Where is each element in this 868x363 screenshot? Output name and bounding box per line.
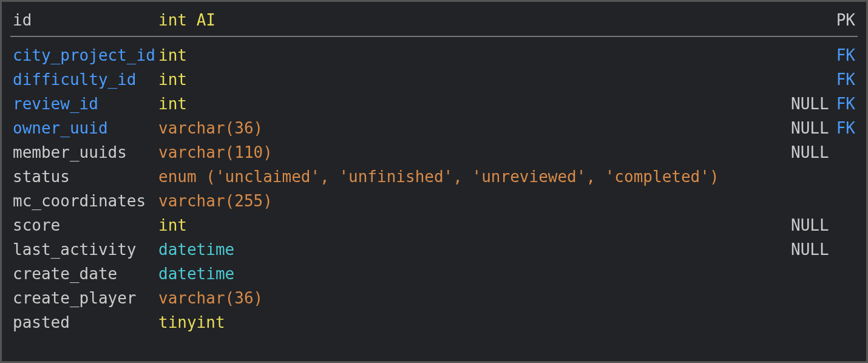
schema-table-panel: id int AI PK city_project_idintFKdifficu… [1,1,867,362]
column-type: int [158,213,791,237]
column-name: pasted [13,310,158,334]
column-type: int [158,92,791,116]
column-row[interactable]: city_project_idintFK [13,43,855,67]
column-name: create_player [13,286,158,310]
column-row[interactable]: member_uuidsvarchar(110)NULL [13,140,855,165]
column-row[interactable]: create_datedatetime [13,262,855,286]
column-key: PK [833,8,855,32]
column-type: datetime [158,262,791,286]
column-nullable: NULL [791,92,833,116]
column-key: FK [833,43,855,67]
column-key: FK [833,92,855,116]
column-row[interactable]: last_activitydatetimeNULL [13,237,855,262]
column-nullable: NULL [791,237,833,262]
column-row[interactable]: owner_uuidvarchar(36)NULLFK [13,116,855,140]
column-name: id [13,8,158,32]
column-row[interactable]: mc_coordinatesvarchar(255) [13,189,855,213]
column-type: varchar(110) [158,140,791,165]
column-name: review_id [13,92,158,116]
column-row[interactable]: statusenum ('unclaimed', 'unfinished', '… [13,165,855,189]
column-name: create_date [13,262,158,286]
column-type: int AI [158,8,791,32]
column-nullable: NULL [791,116,833,140]
column-type: datetime [158,237,791,262]
column-name: city_project_id [13,43,158,67]
column-type: varchar(36) [158,286,791,310]
column-row[interactable]: pastedtinyint [13,310,855,334]
column-type: tinyint [158,310,791,334]
column-type: enum ('unclaimed', 'unfinished', 'unrevi… [158,165,791,189]
pk-separator [10,36,858,37]
column-row[interactable]: create_playervarchar(36) [13,286,855,310]
column-row[interactable]: review_idintNULLFK [13,92,855,116]
column-name: owner_uuid [13,116,158,140]
column-name: member_uuids [13,140,158,165]
column-type: int [158,67,791,92]
column-name: score [13,213,158,237]
column-row[interactable]: difficulty_idintFK [13,67,855,92]
column-nullable: NULL [791,213,833,237]
column-type: int [158,43,791,67]
column-type: varchar(36) [158,116,791,140]
column-name: status [13,165,158,189]
column-row-pk[interactable]: id int AI PK [13,8,855,32]
column-key: FK [833,116,855,140]
column-key: FK [833,67,855,92]
column-name: last_activity [13,237,158,262]
column-type: varchar(255) [158,189,791,213]
column-name: mc_coordinates [13,189,158,213]
column-row[interactable]: scoreintNULL [13,213,855,237]
column-name: difficulty_id [13,67,158,92]
column-nullable: NULL [791,140,833,165]
